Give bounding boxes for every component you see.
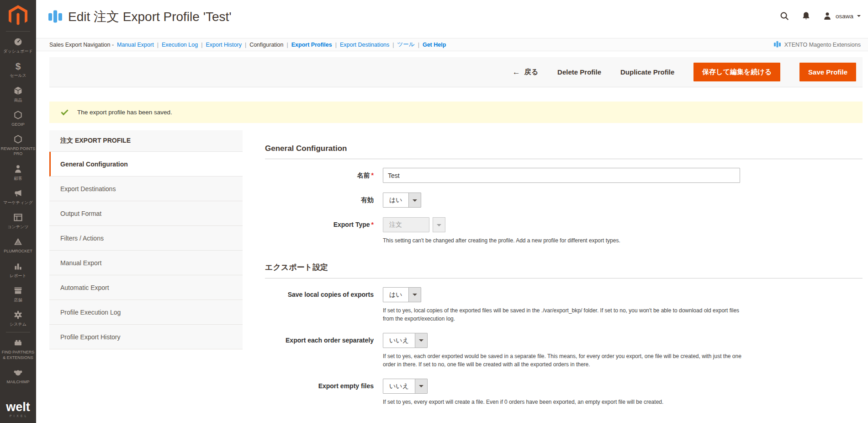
- profile-tabs-panel: 注文 EXPORT PROFILE General Configuration …: [49, 130, 243, 349]
- field-row-export-empty-files: Export empty files いいえ If set to yes, ev…: [265, 379, 863, 407]
- success-check-icon: [61, 107, 68, 115]
- name-label: 名前*: [265, 168, 383, 183]
- search-icon[interactable]: [779, 11, 789, 21]
- select-arrow-icon: [433, 217, 445, 232]
- customers-icon: [13, 164, 23, 174]
- export-separately-label: Export each order separately: [265, 333, 383, 369]
- user-avatar-icon: [823, 11, 832, 21]
- page-header: Edit 注文 Export Profile 'Test': [48, 8, 232, 26]
- sidebar-item-customers[interactable]: 顧客: [0, 161, 36, 185]
- export-type-select-disabled: 注文: [383, 217, 445, 232]
- geoip-hexagon-icon: [13, 110, 23, 120]
- nav-link-tools[interactable]: ツール: [397, 41, 415, 48]
- reward-points-hexagon-icon: [13, 134, 23, 144]
- section-title-export-settings: エクスポート設定: [265, 262, 863, 278]
- marketing-megaphone-icon: [13, 188, 23, 198]
- magento-logo[interactable]: [0, 0, 36, 30]
- nav-link-export-profiles[interactable]: Export Profiles: [291, 42, 332, 48]
- nav-link-export-history[interactable]: Export History: [206, 42, 242, 48]
- sidebar-item-mailchimp[interactable]: MAILCHIMP: [0, 364, 36, 388]
- save-local-copies-label: Save local copies of exports: [265, 287, 383, 323]
- mailchimp-monkey-icon: [13, 368, 23, 377]
- sidebar-item-stores[interactable]: 店舗: [0, 282, 36, 306]
- sidebar-item-dashboard[interactable]: ダッシュボード: [0, 33, 36, 58]
- name-input[interactable]: [383, 168, 740, 183]
- user-menu[interactable]: osawa: [823, 11, 861, 21]
- save-and-continue-button[interactable]: 保存して編集を続ける: [693, 63, 780, 81]
- action-toolbar: ← 戻る Delete Profile Duplicate Profile 保存…: [49, 57, 863, 87]
- system-gear-icon: [13, 310, 23, 320]
- delete-profile-button[interactable]: Delete Profile: [557, 68, 601, 76]
- select-arrow-icon: [408, 288, 421, 302]
- tab-general-configuration[interactable]: General Configuration: [49, 152, 243, 177]
- export-separately-select[interactable]: いいえ: [383, 333, 428, 348]
- duplicate-profile-button[interactable]: Duplicate Profile: [620, 68, 674, 76]
- sidebar-item-geoip[interactable]: GEOIP: [0, 107, 36, 131]
- xtento-brand: XTENTO Magento Extensions: [774, 41, 861, 48]
- required-asterisk: *: [371, 221, 374, 228]
- field-row-name: 名前*: [265, 168, 863, 183]
- sidebar-item-find-partners[interactable]: FIND PARTNERS & EXTENSIONS: [0, 334, 36, 364]
- save-profile-button[interactable]: Save Profile: [799, 63, 856, 81]
- weltpixel-logo[interactable]: welt PIXEL: [0, 401, 36, 418]
- success-message: The export profile has been saved.: [49, 102, 863, 123]
- section-title-general-configuration: General Configuration: [265, 144, 863, 159]
- export-empty-files-select[interactable]: いいえ: [383, 379, 428, 394]
- sidebar-item-system[interactable]: システム: [0, 306, 36, 331]
- reports-bar-chart-icon: [13, 262, 23, 271]
- stores-storefront-icon: [13, 286, 23, 295]
- sidebar-item-marketing[interactable]: マーケティング: [0, 185, 36, 209]
- tab-filters-actions[interactable]: Filters / Actions: [49, 226, 243, 251]
- tab-automatic-export[interactable]: Automatic Export: [49, 275, 243, 300]
- tab-output-format[interactable]: Output Format: [49, 201, 243, 226]
- required-asterisk: *: [371, 171, 374, 179]
- nav-link-get-help[interactable]: Get Help: [423, 42, 446, 48]
- admin-sidebar: ダッシュボード $ セールス 商品 GEOIP REWARD POINTS PR…: [0, 0, 36, 423]
- form-content: General Configuration 名前* 有効 はい: [265, 130, 863, 416]
- sidebar-item-content[interactable]: コンテンツ: [0, 209, 36, 233]
- back-arrow-icon: ←: [513, 68, 520, 77]
- extension-nav: Sales Export Navigation - Manual Export …: [36, 38, 868, 51]
- tab-export-destinations[interactable]: Export Destinations: [49, 177, 243, 201]
- xtento-logo-icon: [48, 10, 62, 25]
- chevron-down-icon: [857, 15, 861, 19]
- dashboard-icon: [13, 37, 23, 47]
- field-row-export-separately: Export each order separately いいえ If set …: [265, 333, 863, 369]
- sidebar-item-catalog[interactable]: 商品: [0, 82, 36, 107]
- save-local-copies-note: If set to yes, local copies of the expor…: [383, 306, 746, 323]
- back-button[interactable]: ← 戻る: [513, 68, 538, 77]
- tab-manual-export[interactable]: Manual Export: [49, 251, 243, 275]
- select-arrow-icon: [415, 333, 427, 348]
- nav-item-configuration: Configuration: [249, 42, 283, 48]
- sales-icon: $: [16, 61, 21, 71]
- save-local-copies-select[interactable]: はい: [383, 287, 421, 302]
- xtento-logo-icon: [774, 41, 781, 48]
- tab-profile-execution-log[interactable]: Profile Execution Log: [49, 300, 243, 325]
- sidebar-item-reports[interactable]: レポート: [0, 258, 36, 282]
- export-empty-files-note: If set to yes, every export will create …: [383, 398, 746, 407]
- tabs-panel-header: 注文 EXPORT PROFILE: [49, 130, 243, 152]
- export-type-note: This setting can't be changed after crea…: [383, 236, 746, 245]
- nav-link-manual-export[interactable]: Manual Export: [117, 42, 154, 48]
- content-layout-icon: [13, 213, 23, 222]
- sidebar-item-reward-points[interactable]: REWARD POINTS PRO: [0, 131, 36, 161]
- sidebar-item-sales[interactable]: $ セールス: [0, 58, 36, 82]
- notifications-bell-icon[interactable]: [801, 11, 811, 21]
- tab-profile-export-history[interactable]: Profile Export History: [49, 325, 243, 349]
- export-separately-note: If set to yes, each order exported would…: [383, 352, 746, 369]
- sidebar-item-plumrocket[interactable]: PLUMROCKET: [0, 233, 36, 257]
- sidebar-divider: [6, 332, 30, 332]
- products-box-icon: [13, 86, 23, 96]
- header-actions: osawa: [779, 11, 861, 21]
- nav-link-execution-log[interactable]: Execution Log: [162, 42, 198, 48]
- field-row-save-local-copies: Save local copies of exports はい If set t…: [265, 287, 863, 323]
- export-empty-files-label: Export empty files: [265, 379, 383, 407]
- username: osawa: [836, 13, 853, 20]
- nav-link-export-destinations[interactable]: Export Destinations: [340, 42, 389, 48]
- field-row-export-type: Export Type* 注文 This setting can't be ch…: [265, 217, 863, 245]
- nav-prefix: Sales Export Navigation -: [49, 42, 114, 48]
- page-title: Edit 注文 Export Profile 'Test': [68, 8, 232, 26]
- export-type-label: Export Type*: [265, 217, 383, 245]
- enabled-select[interactable]: はい: [383, 193, 421, 208]
- select-arrow-icon: [408, 193, 421, 207]
